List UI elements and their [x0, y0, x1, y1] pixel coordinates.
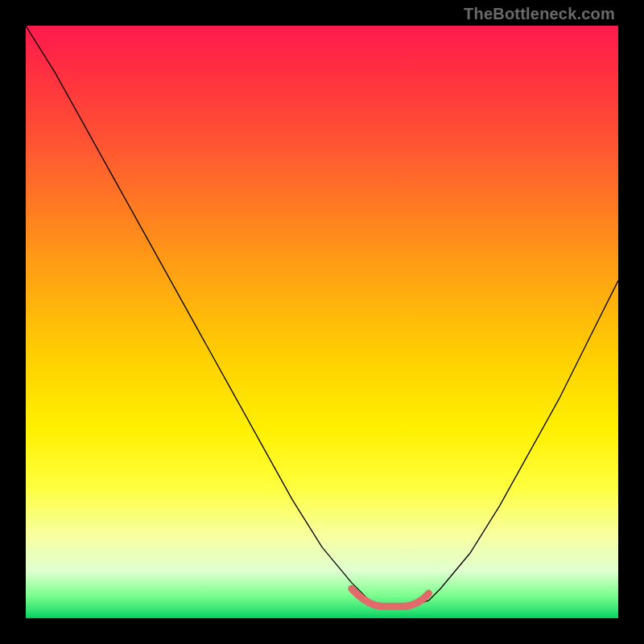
curve-layer [26, 26, 618, 618]
optimal-range-marker [352, 588, 429, 606]
bottleneck-curve [26, 26, 618, 606]
chart-container: TheBottleneck.com [0, 0, 644, 644]
plot-area [26, 26, 618, 618]
watermark-text: TheBottleneck.com [464, 5, 615, 23]
